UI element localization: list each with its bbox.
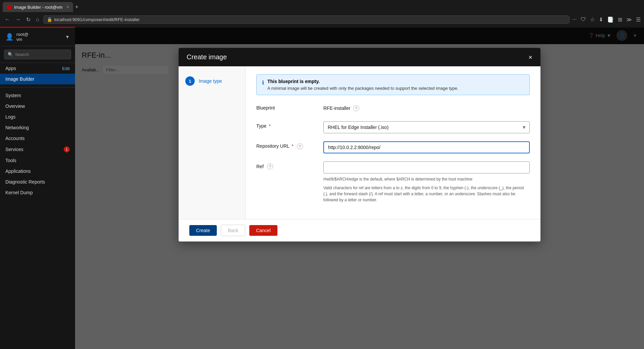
type-select[interactable]: RHEL for Edge Installer (.iso) RHEL for …: [323, 121, 530, 133]
address-bar[interactable]: 🔒 localhost:9091/composer#/edit/RFE-inst…: [43, 15, 570, 24]
type-label: Type *: [256, 121, 323, 129]
back-button[interactable]: ←: [3, 15, 11, 24]
type-select-wrapper: RHEL for Edge Installer (.iso) RHEL for …: [323, 121, 530, 133]
browser-tab-active[interactable]: Image Builder - root@vm ×: [3, 2, 73, 12]
app-container: 👤 root@ vm ▼ 🔍 Search Apps Edit Image Bu…: [0, 28, 644, 349]
sidebar-item-services[interactable]: Services 1: [0, 144, 75, 155]
repo-url-input[interactable]: [323, 141, 530, 153]
new-tab-button[interactable]: +: [75, 4, 79, 11]
more-options-icon[interactable]: ···: [572, 16, 577, 23]
blueprint-value: RFE-installer ?: [323, 103, 530, 113]
search-icon: 🔍: [8, 52, 13, 57]
bookmark-star-icon[interactable]: ☆: [590, 16, 595, 23]
type-required-indicator: *: [269, 123, 270, 129]
main-content: Back to blueprints › RFE-installer › Edi…: [75, 28, 644, 349]
alert-text: This blueprint is empty. A minimal image…: [267, 79, 458, 91]
sidebar-networking-label: Networking: [5, 125, 29, 130]
wizard-step-image-type[interactable]: 1 Image type: [179, 73, 245, 89]
wizard-sidebar: 1 Image type: [179, 66, 246, 219]
tab-title: Image Builder - root@vm: [14, 5, 63, 10]
download-icon[interactable]: ⬇: [599, 16, 603, 23]
search-label: Search: [15, 52, 29, 57]
repo-url-input-container: [323, 141, 530, 153]
step-label-1: Image type: [199, 78, 222, 84]
repo-url-help-icon[interactable]: ?: [297, 143, 303, 149]
ref-input[interactable]: [323, 161, 530, 173]
create-image-modal: Create image × 1 Image type: [179, 48, 540, 241]
security-icon: 🔒: [47, 17, 52, 22]
sidebar-item-overview[interactable]: Overview: [0, 101, 75, 112]
sidebar-item-image-builder[interactable]: Image Builder: [0, 74, 75, 84]
tab-close-icon[interactable]: ×: [67, 5, 69, 9]
create-button[interactable]: Create: [189, 225, 217, 236]
ref-help-icon[interactable]: ?: [267, 163, 273, 169]
type-select-container: RHEL for Edge Installer (.iso) RHEL for …: [323, 121, 530, 133]
sidebar-divider-1: [0, 87, 75, 87]
menu-icon[interactable]: ☰: [636, 16, 641, 23]
bookmarks-icon[interactable]: 📑: [607, 16, 614, 23]
user-menu-chevron-icon[interactable]: ▼: [65, 34, 70, 40]
sidebar-services-badge: 1: [64, 146, 70, 152]
sidebar-item-system[interactable]: System: [0, 90, 75, 101]
alert-message: A minimal image will be created with onl…: [267, 86, 458, 91]
blueprint-empty-alert: ℹ This blueprint is empty. A minimal ima…: [256, 74, 530, 95]
cancel-button[interactable]: Cancel: [249, 225, 277, 236]
sidebar-services-label: Services: [5, 147, 23, 152]
sidebar-item-applications[interactable]: Applications: [0, 166, 75, 177]
shield-icon[interactable]: 🛡: [581, 16, 586, 23]
sidebar-item-accounts[interactable]: Accounts: [0, 133, 75, 144]
alert-info-icon: ℹ: [262, 79, 264, 86]
sidebar-user[interactable]: 👤 root@ vm ▼: [0, 28, 75, 46]
refresh-button[interactable]: ↻: [25, 15, 32, 24]
layout-icon[interactable]: ⊞: [618, 16, 622, 23]
address-url: localhost:9091/composer#/edit/RFE-instal…: [54, 17, 140, 22]
blueprint-help-icon[interactable]: ?: [353, 105, 359, 111]
browser-chrome: Image Builder - root@vm × + ← → ↻ ⌂ 🔒 lo…: [0, 0, 644, 27]
sidebar-diagnostic-label: Diagnostic Reports: [5, 179, 45, 185]
form-group-type: Type * RHEL for Edge Installer (.iso) RH…: [256, 121, 530, 133]
sidebar-search-container: 🔍 Search: [0, 46, 75, 63]
sidebar-item-tools[interactable]: Tools: [0, 155, 75, 166]
sidebar-apps-edit[interactable]: Edit: [62, 66, 70, 71]
sidebar-item-logs[interactable]: Logs: [0, 112, 75, 122]
sidebar-kernel-label: Kernel Dump: [5, 190, 33, 195]
sidebar-tools-label: Tools: [5, 158, 16, 163]
blueprint-name: RFE-installer: [323, 106, 350, 111]
sidebar-item-diagnostic-reports[interactable]: Diagnostic Reports: [0, 177, 75, 187]
search-field[interactable]: 🔍 Search: [4, 50, 71, 59]
sidebar-username: root@: [16, 32, 28, 37]
sidebar-image-builder-label: Image Builder: [5, 76, 34, 82]
ref-label: Ref ?: [256, 161, 323, 169]
sidebar: 👤 root@ vm ▼ 🔍 Search Apps Edit Image Bu…: [0, 28, 75, 349]
sidebar-hostname: vm: [16, 37, 28, 42]
home-button[interactable]: ⌂: [35, 15, 41, 24]
sidebar-item-kernel-dump[interactable]: Kernel Dump: [0, 187, 75, 198]
nav-actions: ··· 🛡 ☆ ⬇ 📑 ⊞ ≫ ☰: [572, 16, 641, 23]
sidebar-applications-label: Applications: [5, 168, 31, 174]
tab-favicon-icon: [7, 5, 11, 9]
repo-url-required-indicator: *: [292, 143, 293, 149]
blueprint-label: Blueprint: [256, 103, 323, 111]
forward-button[interactable]: →: [14, 15, 22, 24]
step-circle-1: 1: [185, 76, 195, 86]
sidebar-logs-label: Logs: [5, 114, 15, 120]
alert-title: This blueprint is empty.: [267, 79, 458, 84]
form-group-repo-url: Repository URL * ?: [256, 141, 530, 153]
sidebar-item-networking[interactable]: Networking: [0, 122, 75, 133]
modal-title: Create image: [187, 53, 227, 61]
user-avatar-icon: 👤: [5, 33, 14, 41]
modal-close-button[interactable]: ×: [528, 54, 532, 61]
browser-nav-bar: ← → ↻ ⌂ 🔒 localhost:9091/composer#/edit/…: [0, 12, 644, 27]
sidebar-system-label: System: [5, 93, 21, 98]
sidebar-apps-label: Apps: [5, 66, 16, 71]
sidebar-item-apps[interactable]: Apps Edit: [0, 63, 75, 74]
form-group-ref: Ref ? rhel/8/$ARCH/edge is the default, …: [256, 161, 530, 203]
modal-main: ℹ This blueprint is empty. A minimal ima…: [246, 66, 540, 219]
extend-icon[interactable]: ≫: [626, 16, 632, 23]
form-group-blueprint: Blueprint RFE-installer ?: [256, 103, 530, 113]
modal-body: 1 Image type ℹ This blueprint is empty. …: [179, 66, 540, 219]
ref-field-container: rhel/8/$ARCH/edge is the default, where …: [323, 161, 530, 203]
back-button[interactable]: Back: [221, 225, 245, 236]
repo-url-label: Repository URL * ?: [256, 141, 323, 149]
modal-overlay: Create image × 1 Image type: [75, 28, 644, 349]
